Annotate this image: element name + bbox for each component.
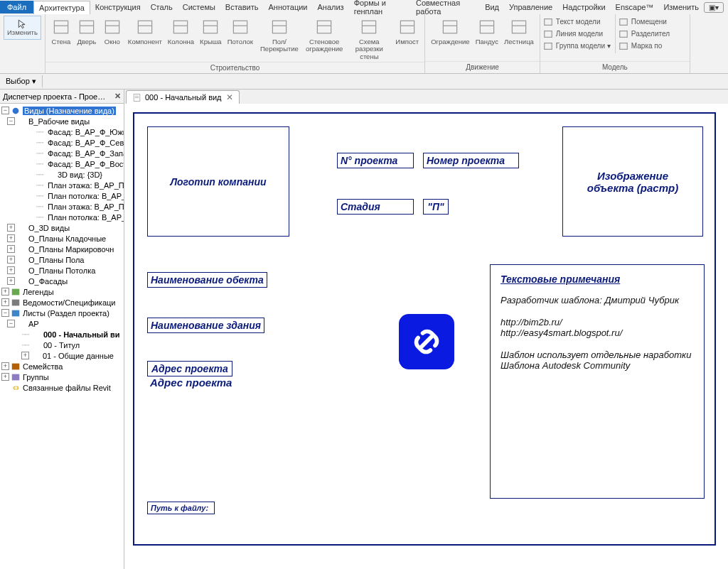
ribbon-btn-компонент[interactable]: Компонент [126,16,164,47]
menu-tab-architecture[interactable]: Архитектура [33,1,90,14]
tree-item[interactable]: Связанные файлы Revit [0,382,124,393]
filepath-field[interactable]: Путь к файлу: [147,502,215,514]
ribbon-btn-label: Пандус [476,38,498,45]
svg-rect-16 [318,21,331,33]
notes-box[interactable]: Текстовые примечания Разработчик шаблона… [490,264,705,499]
tree-item[interactable]: ┈┈Фасад: В_АР_Ф_Запа [0,148,124,158]
svg-rect-2 [80,21,93,33]
ribbon-btn-label: Пол/Перекрытие [259,38,300,53]
tree-item[interactable]: ┈┈План потолка: В_АР_ [0,212,124,222]
svg-rect-38 [12,363,20,369]
tree-item[interactable]: ┈┈Фасад: В_АР_Ф_Восто [0,158,124,169]
tree-item[interactable]: −Листы (Раздел проекта) [0,308,124,318]
ribbon-btn-дверь[interactable]: Дверь [75,16,99,47]
tree-item[interactable]: ┈┈00 - Титул [0,340,124,350]
ribbon-stack-item[interactable]: Группа модели ▾ [543,40,611,52]
sheet-icon [132,93,141,102]
view-tab-close-icon[interactable]: ✕ [226,92,233,102]
address-value[interactable]: Адрес проекта [147,376,232,389]
drawing-canvas[interactable]: Логотип компании N° проекта Номер проект… [124,104,728,569]
tree-item[interactable]: +О_Планы Кладочные [0,233,124,244]
menu-overflow-icon[interactable]: ▣▾ [704,2,724,13]
ribbon: Изменить Выбор СтенаДверьОкноКомпонентКо… [0,14,728,74]
project-number-label[interactable]: N° проекта [337,153,414,168]
ribbon-stack-item[interactable]: Линия модели [543,28,603,40]
ribbon-btn-потолок[interactable]: Потолок [225,16,255,47]
tree-item[interactable]: +Ведомости/Спецификаци [0,297,124,308]
menu-file[interactable]: Файл [0,1,33,13]
tree-item[interactable]: ┈┈Фасад: В_АР_Ф_Север [0,137,124,148]
tree-item[interactable]: +О_Планы Потолка [0,265,124,276]
svg-rect-24 [480,21,493,33]
logo-box[interactable]: Логотип компании [147,126,289,237]
tree-item[interactable]: ┈┈План этажа: В_АР_П [0,201,124,212]
menu-tab-insert[interactable]: Вставить [220,1,264,13]
ribbon-btn-крыша[interactable]: Крыша [198,16,224,47]
ribbon-btn-пандус[interactable]: Пандус [473,16,500,47]
svg-rect-0 [54,21,68,33]
menu-tab-addins[interactable]: Надстройки [557,1,610,13]
menu-tab-systems[interactable]: Системы [178,1,220,13]
menu-tab-structure[interactable]: Конструкция [90,1,146,13]
project-tree[interactable]: −Виды (Назначение вида)−В_Рабочие виды┈┈… [0,104,124,569]
tree-item[interactable]: +Группы [0,372,124,382]
tree-item[interactable]: ┈┈Фасад: В_АР_Ф_Южн [0,126,124,137]
menu-tab-modify[interactable]: Изменить [658,1,704,13]
select-mode-dropdown[interactable]: Выбор ▾ [0,75,43,87]
menu-tab-steel[interactable]: Сталь [146,1,178,13]
tree-item[interactable]: +О_3D виды [0,222,124,233]
ribbon-btn-импост[interactable]: Импост [393,16,421,47]
ribbon-btn-колонна[interactable]: Колонна [166,16,196,47]
ribbon-btn-пол[interactable]: Пол/Перекрытие [257,16,302,55]
tree-item[interactable]: −В_Рабочие виды [0,116,124,126]
tree-item[interactable]: +О_Планы Маркировочн [0,244,124,254]
project-browser-close-icon[interactable]: ✕ [114,92,121,101]
tree-item[interactable]: ┈┈000 - Начальный ви [0,329,124,340]
tree-item[interactable]: ┈┈План потолка: В_АР_ [0,190,124,201]
building-name-field[interactable]: Наименование здания [147,318,264,333]
project-browser: Диспетчер проекта - Прое… ✕ −Виды (Назна… [0,90,124,569]
image-box[interactable]: Изображение объекта (растр) [562,126,703,237]
notes-title: Текстовые примечания [500,273,694,285]
tree-item[interactable]: +Легенды [0,286,124,297]
tree-item[interactable]: +О_Фасады [0,276,124,286]
stage-label[interactable]: Стадия [337,199,414,215]
ribbon-stack-item[interactable]: Текст модели [543,16,601,28]
ribbon-btn-стеновое[interactable]: Стеновоеограждение [304,16,345,55]
stage-value[interactable]: "П" [423,199,449,215]
svg-rect-22 [444,21,457,33]
link-icon[interactable] [399,314,454,369]
tree-item[interactable]: +01 - Общие данные [0,350,124,361]
ribbon-btn-окно[interactable]: Окно [100,16,124,47]
ribbon-btn-лестница[interactable]: Лестница [502,16,536,47]
view-tab-active[interactable]: 000 - Начальный вид ✕ [126,90,240,104]
tree-item[interactable]: ┈┈3D вид: {3D} [0,169,124,180]
sheet-border: Логотип компании N° проекта Номер проект… [133,112,716,546]
tree-root[interactable]: −Виды (Назначение вида) [0,105,124,116]
tree-item[interactable]: ┈┈План этажа: В_АР_П [0,180,124,190]
ribbon-stack-item[interactable]: Помещени [619,16,667,28]
ribbon-btn-ограждение[interactable]: Ограждение [429,16,471,47]
svg-rect-4 [105,21,119,33]
menu-tab-manage[interactable]: Управление [504,1,557,13]
ribbon-btn-label: Дверь [77,38,96,45]
object-name-field[interactable]: Наименование обекта [147,272,267,288]
svg-rect-12 [233,21,247,33]
ribbon-stack-item[interactable]: Разделител [619,28,670,40]
menu-tab-annotate[interactable]: Аннотации [264,1,313,13]
view-tabs: 000 - Начальный вид ✕ [124,90,728,104]
ribbon-stack-item[interactable]: Марка по [619,40,662,52]
menu-tab-view[interactable]: Вид [480,1,504,13]
menu-tab-analyze[interactable]: Анализ [312,1,348,13]
project-number-value[interactable]: Номер проекта [423,153,519,168]
notes-line: http://easy4smart.blogspot.ru/ [500,327,694,338]
tree-item[interactable]: −АР [0,318,124,329]
tree-item[interactable]: +О_Планы Пола [0,254,124,265]
svg-rect-18 [363,21,376,33]
tree-item[interactable]: +Семейства [0,361,124,372]
menu-tab-enscape[interactable]: Enscape™ [611,1,659,13]
address-label[interactable]: Адрес проекта [147,361,232,376]
ribbon-btn-стена[interactable]: Стена [49,16,73,47]
ribbon-btn-схема[interactable]: Схема разрезкистены [346,16,392,62]
modify-button[interactable]: Изменить [4,16,41,40]
